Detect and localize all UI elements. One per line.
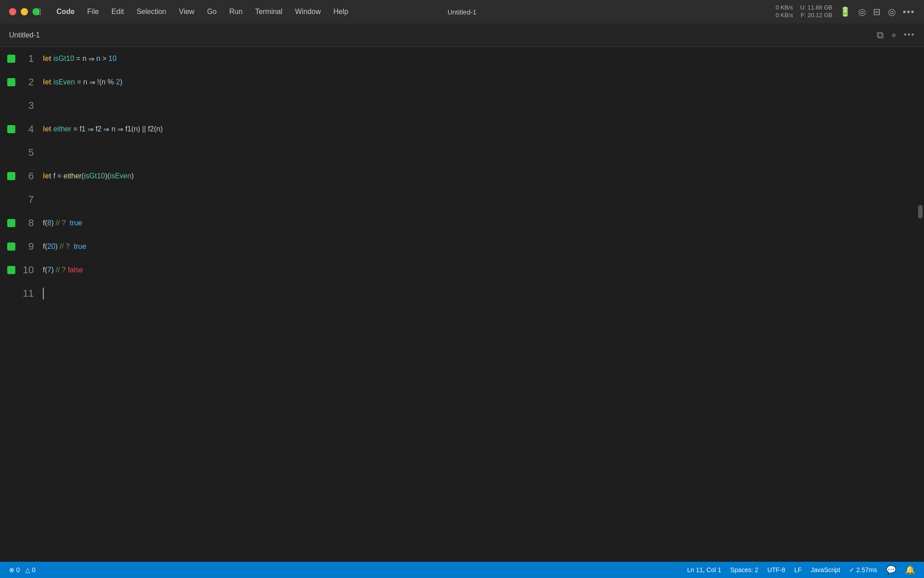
tab-title[interactable]: Untitled-1 <box>9 31 40 39</box>
controlcenter-icon[interactable]: ⊟ <box>873 6 881 17</box>
line-9: 9 f(20) // ? true <box>0 235 917 258</box>
line-num-5: 5 <box>18 147 43 158</box>
encoding[interactable]: UTF-8 <box>767 566 785 573</box>
mem-used: U: 11.88 GB <box>800 4 832 12</box>
battery-icon[interactable]: 🔋 <box>840 6 851 17</box>
circle-icon[interactable]: ● <box>891 30 896 40</box>
breakpoint-10 <box>5 266 18 274</box>
code-editor[interactable]: 1 let isGt10 = n ⇒ n > 10 2 let isEven =… <box>0 47 917 562</box>
breakpoint-6 <box>5 172 18 180</box>
line-num-6: 6 <box>18 170 43 182</box>
code-content-10: f(7) // ? false <box>43 266 917 274</box>
airdrop-icon[interactable]: ◎ <box>858 6 866 17</box>
minimize-button[interactable] <box>21 8 28 15</box>
scrollbar-thumb[interactable] <box>918 205 923 219</box>
menu-edit[interactable]: Edit <box>105 6 130 18</box>
statusbar: ⊗ 0 △ 0 Ln 11, Col 1 Spaces: 2 UTF-8 LF … <box>0 562 924 578</box>
menu-code[interactable]: Code <box>50 6 81 18</box>
menu-view[interactable]: View <box>173 6 201 18</box>
menu-file[interactable]: File <box>81 6 105 18</box>
indentation[interactable]: Spaces: 2 <box>730 566 758 573</box>
breakpoint-2 <box>5 78 18 86</box>
line-10: 10 f(7) // ? false <box>0 258 917 282</box>
line-num-11: 11 <box>18 288 43 299</box>
error-count[interactable]: ⊗ 0 △ 0 <box>9 566 36 573</box>
memory-stats: U: 11.88 GB F: 20.12 GB <box>800 4 832 19</box>
editor: 1 let isGt10 = n ⇒ n > 10 2 let isEven =… <box>0 47 924 562</box>
line-1: 1 let isGt10 = n ⇒ n > 10 <box>0 47 917 70</box>
apple-menu[interactable]:  <box>36 5 50 19</box>
menu-window[interactable]: Window <box>289 6 327 18</box>
code-content-2: let isEven = n ⇒ !(n % 2) <box>43 78 917 87</box>
menu-selection[interactable]: Selection <box>130 6 173 18</box>
network-upload: 0 KB/s <box>776 4 793 12</box>
more-icon[interactable]: ••• <box>903 7 915 17</box>
traffic-lights <box>9 8 40 15</box>
error-icon: ⊗ <box>9 566 14 573</box>
line-num-8: 8 <box>18 217 43 229</box>
breakpoint-4 <box>5 125 18 133</box>
code-content-6: let f = either(isGt10)(isEven) <box>43 172 917 180</box>
code-content-9: f(20) // ? true <box>43 242 917 251</box>
warning-icon: △ <box>25 566 30 573</box>
code-content-4: let either = f1 ⇒ f2 ⇒ n ⇒ f1(n) || f2(n… <box>43 125 917 134</box>
scrollbar[interactable] <box>917 47 924 562</box>
line-8: 8 f(8) // ? true <box>0 211 917 235</box>
menu-items:  Code File Edit Selection View Go Run T… <box>36 5 355 19</box>
network-stats: 0 KB/s 0 KB/s <box>776 4 793 19</box>
feedback-icon[interactable]: 💬 <box>886 565 896 575</box>
breakpoint-1 <box>5 55 18 63</box>
close-button[interactable] <box>9 8 16 15</box>
line-11: 11 <box>0 282 917 305</box>
status-right: Ln 11, Col 1 Spaces: 2 UTF-8 LF JavaScri… <box>687 565 915 575</box>
line-3: 3 <box>0 94 917 117</box>
line-4: 4 let either = f1 ⇒ f2 ⇒ n ⇒ f1(n) || f2… <box>0 117 917 141</box>
breakpoint-9 <box>5 242 18 251</box>
line-ending[interactable]: LF <box>794 566 801 573</box>
breakpoint-8 <box>5 219 18 227</box>
menubar:  Code File Edit Selection View Go Run T… <box>0 0 924 23</box>
tabbar: Untitled-1 ⧉ ● ••• <box>0 23 924 47</box>
line-num-7: 7 <box>18 194 43 205</box>
menu-terminal[interactable]: Terminal <box>249 6 289 18</box>
timing: ✓ 2.57ms <box>849 566 877 573</box>
line-num-10: 10 <box>18 264 43 276</box>
notification-icon[interactable]: 🔔 <box>905 565 915 575</box>
line-6: 6 let f = either(isGt10)(isEven) <box>0 164 917 188</box>
line-2: 2 let isEven = n ⇒ !(n % 2) <box>0 70 917 94</box>
more-options-icon[interactable]: ••• <box>904 30 915 40</box>
code-content-11 <box>43 288 917 299</box>
line-num-1: 1 <box>18 53 43 65</box>
line-7: 7 <box>0 188 917 211</box>
line-5: 5 <box>0 141 917 164</box>
status-left: ⊗ 0 △ 0 <box>9 566 36 573</box>
menu-help[interactable]: Help <box>327 6 355 18</box>
fs-free: F: 20.12 GB <box>800 12 832 19</box>
window-title: Untitled-1 <box>448 8 476 16</box>
line-num-9: 9 <box>18 241 43 252</box>
split-editor-icon[interactable]: ⧉ <box>877 29 884 41</box>
tab-icons: ⧉ ● ••• <box>877 29 915 41</box>
language-mode[interactable]: JavaScript <box>811 566 840 573</box>
code-content-8: f(8) // ? true <box>43 219 917 227</box>
siri-icon[interactable]: ◎ <box>888 6 896 17</box>
menu-run[interactable]: Run <box>223 6 249 18</box>
menu-go[interactable]: Go <box>201 6 223 18</box>
code-content-1: let isGt10 = n ⇒ n > 10 <box>43 55 917 63</box>
line-num-3: 3 <box>18 100 43 112</box>
line-num-2: 2 <box>18 76 43 88</box>
line-num-4: 4 <box>18 123 43 135</box>
menu-right: 0 KB/s 0 KB/s U: 11.88 GB F: 20.12 GB 🔋 … <box>776 4 915 19</box>
network-download: 0 KB/s <box>776 12 793 19</box>
cursor-position[interactable]: Ln 11, Col 1 <box>687 566 721 573</box>
